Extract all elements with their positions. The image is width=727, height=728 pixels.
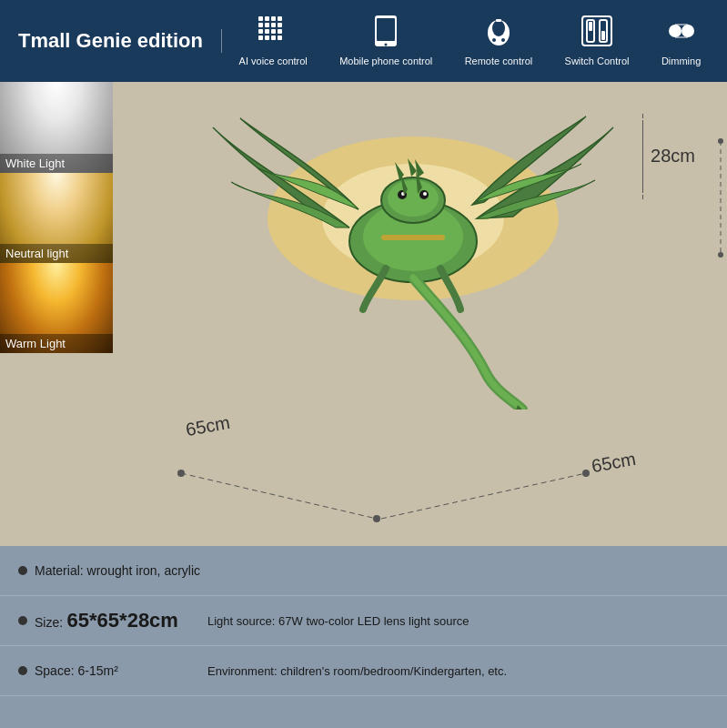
- neutral-light-label: Neutral light: [0, 244, 113, 263]
- bullet-space: [18, 666, 27, 675]
- svg-point-51: [373, 515, 380, 522]
- ai-voice-icon: [257, 15, 289, 52]
- svg-rect-8: [258, 29, 263, 34]
- svg-point-50: [177, 470, 185, 477]
- dim-65cm-right-label: 65cm: [590, 449, 637, 477]
- dim-28cm-label: 28cm: [651, 146, 695, 167]
- dimension-28cm: 28cm: [642, 114, 695, 199]
- mobile-label: Mobile phone control: [339, 56, 432, 67]
- spec-space-label: Space: 6-15m²: [35, 663, 118, 678]
- svg-rect-2: [271, 16, 276, 21]
- spec-size-label: Size:: [35, 615, 63, 630]
- svg-rect-28: [601, 31, 605, 40]
- svg-line-52: [381, 473, 586, 519]
- header: Tmall Genie edition: [0, 0, 727, 82]
- main-content: White Light Neutral light Warm Light: [0, 82, 727, 546]
- spec-row-material: Material: wrought iron, acrylic: [0, 546, 727, 596]
- svg-line-49: [181, 473, 377, 519]
- svg-rect-0: [258, 16, 263, 21]
- remote-icon: [485, 15, 512, 52]
- svg-rect-27: [589, 22, 592, 31]
- svg-rect-11: [278, 29, 282, 34]
- svg-rect-5: [265, 23, 269, 27]
- spec-size-content: Size: 65*65*28cm Light source: 67W two-c…: [35, 609, 709, 632]
- spec-space-content: Space: 6-15m² Environment: children's ro…: [35, 662, 709, 679]
- svg-rect-14: [271, 35, 276, 40]
- feature-ai-voice: AI voice control: [239, 15, 308, 67]
- feature-list: AI voice control Mobile phone control: [231, 15, 709, 67]
- spec-space-right: Environment: children's room/bedroom/Kin…: [207, 664, 507, 678]
- spec-row-space: Space: 6-15m² Environment: children's ro…: [0, 646, 727, 696]
- spec-row-size: Size: 65*65*28cm Light source: 67W two-c…: [0, 596, 727, 646]
- white-light-label: White Light: [0, 154, 113, 173]
- spec-space-left: Space: 6-15m²: [35, 662, 180, 679]
- svg-rect-13: [265, 35, 269, 40]
- svg-point-53: [582, 470, 590, 477]
- switch-label: Switch Control: [565, 56, 630, 67]
- svg-rect-4: [258, 23, 263, 27]
- svg-rect-7: [278, 23, 282, 27]
- svg-rect-3: [278, 16, 282, 21]
- svg-point-30: [682, 25, 694, 37]
- svg-rect-1: [265, 16, 269, 21]
- svg-point-20: [492, 20, 505, 36]
- svg-rect-10: [271, 29, 276, 34]
- svg-rect-12: [258, 35, 263, 40]
- svg-point-56: [718, 252, 723, 258]
- light-options-sidebar: White Light Neutral light Warm Light: [0, 82, 113, 546]
- svg-point-21: [492, 38, 496, 42]
- feature-mobile: Mobile phone control: [339, 15, 432, 67]
- warm-light-option[interactable]: Warm Light: [0, 263, 113, 353]
- svg-point-55: [718, 138, 723, 144]
- dimming-icon: [665, 15, 698, 52]
- bullet-size: [18, 616, 27, 625]
- svg-rect-23: [496, 19, 501, 22]
- svg-point-41: [423, 192, 427, 196]
- warm-light-label: Warm Light: [0, 334, 113, 353]
- dimming-label: Dimming: [661, 56, 701, 67]
- svg-rect-15: [278, 35, 282, 40]
- svg-point-29: [669, 25, 682, 37]
- svg-point-18: [385, 43, 388, 46]
- svg-point-37: [388, 180, 439, 217]
- ai-voice-label: AI voice control: [239, 56, 308, 67]
- specs-section: Material: wrought iron, acrylic Size: 65…: [0, 546, 727, 728]
- spec-size-value: 65*65*28cm: [67, 609, 178, 632]
- product-image-area: 28cm 65cm 65cm: [113, 82, 727, 546]
- spec-material-text: Material: wrought iron, acrylic: [35, 563, 709, 578]
- spec-size-right: Light source: 67W two-color LED lens lig…: [207, 614, 470, 628]
- svg-point-22: [501, 38, 505, 42]
- dragon-illustration: [186, 100, 659, 410]
- bullet-material: [18, 566, 27, 575]
- switch-icon: [581, 15, 613, 52]
- mobile-icon: [373, 15, 399, 52]
- white-light-option[interactable]: White Light: [0, 82, 113, 173]
- dim-65cm-left-label: 65cm: [184, 412, 231, 440]
- feature-remote: Remote control: [465, 15, 533, 67]
- spec-size-left: Size: 65*65*28cm: [35, 609, 180, 632]
- svg-rect-35: [381, 235, 445, 240]
- neutral-light-option[interactable]: Neutral light: [0, 173, 113, 263]
- feature-switch: Switch Control: [565, 15, 630, 67]
- feature-dimming: Dimming: [661, 15, 701, 67]
- remote-label: Remote control: [465, 56, 533, 67]
- app-title: Tmall Genie edition: [18, 29, 222, 53]
- svg-rect-6: [271, 23, 276, 27]
- svg-rect-9: [265, 29, 269, 34]
- svg-rect-17: [377, 18, 395, 41]
